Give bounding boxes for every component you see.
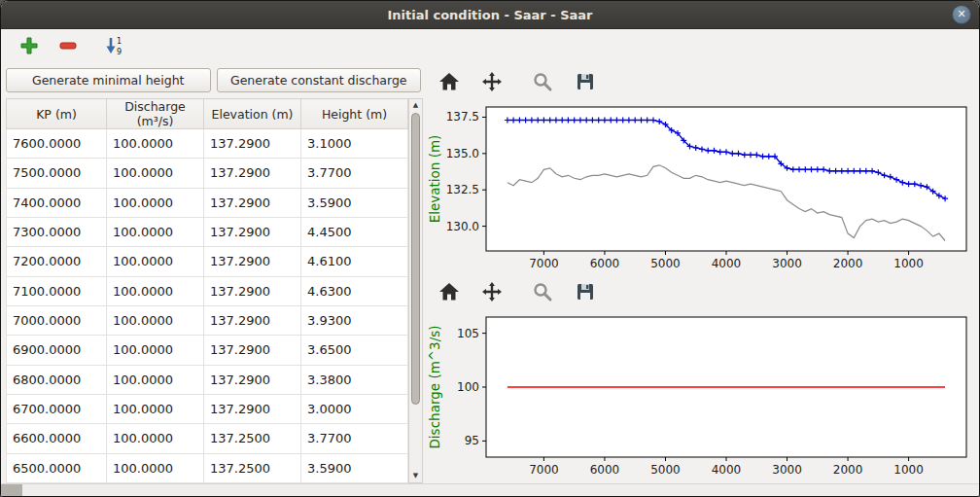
table-row: 7200.0000100.0000137.29004.6100 <box>7 247 408 276</box>
resize-grip[interactable] <box>1 484 22 496</box>
table-cell[interactable]: 100.0000 <box>107 217 204 246</box>
svg-text:132.5: 132.5 <box>446 183 479 196</box>
table-cell[interactable]: 6600.0000 <box>7 424 107 453</box>
main-toolbar: 1 9 <box>1 29 979 64</box>
svg-text:5000: 5000 <box>650 463 681 477</box>
table-cell[interactable]: 137.2900 <box>204 129 301 159</box>
table-cell[interactable]: 7400.0000 <box>7 188 107 217</box>
table-cell[interactable]: 137.2900 <box>204 159 301 188</box>
add-row-button[interactable] <box>15 32 44 61</box>
zoom-button-2[interactable] <box>529 279 556 306</box>
table-row: 6900.0000100.0000137.29003.6500 <box>7 336 408 365</box>
sort-rows-button[interactable]: 1 9 <box>100 32 129 61</box>
scrollbar-thumb[interactable] <box>411 113 420 405</box>
pan-button-2[interactable] <box>478 279 506 306</box>
table-cell[interactable]: 100.0000 <box>107 129 204 159</box>
svg-text:135.0: 135.0 <box>446 147 479 160</box>
table-cell[interactable]: 3.6500 <box>301 336 408 365</box>
col-header-discharge[interactable]: Discharge (m³/s) <box>107 99 204 129</box>
table-cell[interactable]: 4.6300 <box>301 276 408 305</box>
table-cell[interactable]: 3.9300 <box>301 305 408 335</box>
svg-text:2000: 2000 <box>833 463 863 477</box>
col-header-elevation[interactable]: Elevation (m) <box>204 99 301 129</box>
svg-text:Elevation (m): Elevation (m) <box>427 135 442 224</box>
table-row: 6700.0000100.0000137.29003.0000 <box>7 394 408 423</box>
col-header-height[interactable]: Height (m) <box>301 99 408 129</box>
svg-text:7000: 7000 <box>529 463 559 477</box>
home-icon <box>438 71 460 95</box>
svg-text:105: 105 <box>457 327 479 340</box>
table-cell[interactable]: 100.0000 <box>107 394 204 423</box>
save-button-2[interactable] <box>572 279 599 306</box>
table-scrollbar[interactable]: ▲ ▼ <box>408 98 423 483</box>
home-button[interactable] <box>436 69 463 96</box>
table-cell[interactable]: 100.0000 <box>107 276 204 305</box>
table-cell[interactable]: 137.2900 <box>204 365 301 394</box>
table-area: KP (m) Discharge (m³/s) Elevation (m) He… <box>6 98 423 483</box>
table-cell[interactable]: 4.6100 <box>301 247 408 276</box>
svg-text:6000: 6000 <box>590 463 620 477</box>
svg-text:1000: 1000 <box>893 463 924 477</box>
table-row: 7100.0000100.0000137.29004.6300 <box>7 276 408 305</box>
table-cell[interactable]: 100.0000 <box>107 247 204 276</box>
table-cell[interactable]: 137.2900 <box>204 336 301 365</box>
discharge-nav-toolbar <box>426 276 976 309</box>
initial-condition-table: KP (m) Discharge (m³/s) Elevation (m) He… <box>6 98 408 483</box>
svg-text:7000: 7000 <box>529 257 559 270</box>
discharge-chart[interactable]: 700060005000400030002000100095100105Disc… <box>426 309 976 483</box>
table-cell[interactable]: 3.5900 <box>301 453 408 482</box>
close-button[interactable]: ✕ <box>952 5 971 24</box>
table-cell[interactable]: 137.2900 <box>204 247 301 276</box>
table-cell[interactable]: 7500.0000 <box>7 159 107 188</box>
table-cell[interactable]: 3.1000 <box>301 129 408 159</box>
generate-minimal-height-button[interactable]: Generate minimal height <box>6 68 211 92</box>
generator-buttons: Generate minimal height Generate constan… <box>6 64 423 98</box>
table-cell[interactable]: 3.7700 <box>301 159 408 188</box>
table-cell[interactable]: 137.2500 <box>204 453 301 482</box>
pan-button[interactable] <box>478 69 506 96</box>
delete-row-button[interactable] <box>53 32 83 61</box>
table-cell[interactable]: 7100.0000 <box>7 276 107 305</box>
table-cell[interactable]: 100.0000 <box>107 424 204 453</box>
table-cell[interactable]: 100.0000 <box>107 336 204 365</box>
table-cell[interactable]: 7200.0000 <box>7 247 107 276</box>
table-cell[interactable]: 6500.0000 <box>7 453 107 482</box>
zoom-button[interactable] <box>529 69 556 96</box>
table-cell[interactable]: 137.2900 <box>204 394 301 423</box>
table-cell[interactable]: 137.2900 <box>204 217 301 246</box>
table-cell[interactable]: 6800.0000 <box>7 365 107 394</box>
col-header-kp[interactable]: KP (m) <box>7 99 107 129</box>
table-cell[interactable]: 137.2900 <box>204 188 301 217</box>
svg-text:2000: 2000 <box>833 257 863 270</box>
titlebar[interactable]: Initial condition - Saar - Saar ✕ <box>1 1 979 29</box>
table-cell[interactable]: 7300.0000 <box>7 217 107 246</box>
table-cell[interactable]: 100.0000 <box>107 453 204 482</box>
table-cell[interactable]: 7000.0000 <box>7 305 107 335</box>
elevation-nav-toolbar <box>426 66 976 99</box>
table-cell[interactable]: 137.2900 <box>204 305 301 335</box>
generate-constant-discharge-button[interactable]: Generate constant discharge <box>217 68 422 92</box>
table-cell[interactable]: 100.0000 <box>107 159 204 188</box>
svg-text:6000: 6000 <box>590 257 620 270</box>
table-cell[interactable]: 137.2500 <box>204 424 301 453</box>
table-cell[interactable]: 6700.0000 <box>7 394 107 423</box>
table-cell[interactable]: 6900.0000 <box>7 336 107 365</box>
table-cell[interactable]: 7600.0000 <box>7 129 107 159</box>
scroll-down-icon[interactable]: ▼ <box>413 470 418 482</box>
table-cell[interactable]: 100.0000 <box>107 188 204 217</box>
table-cell[interactable]: 100.0000 <box>107 305 204 335</box>
table-cell[interactable]: 3.7700 <box>301 424 408 453</box>
save-button[interactable] <box>572 69 599 96</box>
table-cell[interactable]: 3.0000 <box>301 394 408 423</box>
table-cell[interactable]: 3.5900 <box>301 188 408 217</box>
plus-icon <box>18 35 40 59</box>
table-cell[interactable]: 4.4500 <box>301 217 408 246</box>
home-button-2[interactable] <box>436 279 463 306</box>
svg-text:5000: 5000 <box>650 257 681 270</box>
table-cell[interactable]: 100.0000 <box>107 365 204 394</box>
table-cell[interactable]: 3.3800 <box>301 365 408 394</box>
scroll-up-icon[interactable]: ▲ <box>413 99 418 112</box>
table-cell[interactable]: 137.2900 <box>204 276 301 305</box>
elevation-chart[interactable]: 7000600050004000300020001000130.0132.513… <box>426 99 976 276</box>
app-window: Initial condition - Saar - Saar ✕ 1 9 <box>0 0 980 497</box>
